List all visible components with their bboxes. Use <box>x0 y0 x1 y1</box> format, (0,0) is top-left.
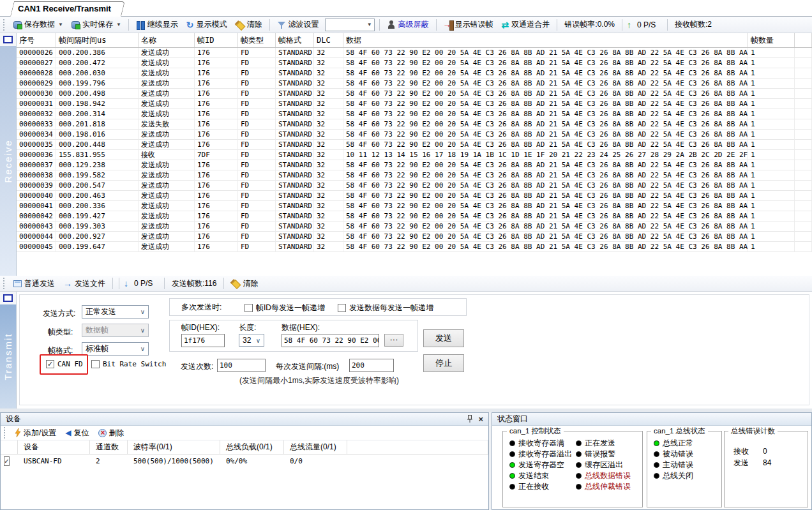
frame-format-combobox[interactable]: 标准帧 ∨ <box>82 342 149 356</box>
table-row[interactable]: 00000032000.200.314发送成功176FDSTANDARD3258… <box>17 109 812 119</box>
receive-tab-strip[interactable]: Receive <box>0 46 17 276</box>
frame-id-input[interactable]: 1f176 <box>181 334 225 347</box>
transmit-side-strip: Transmit <box>0 292 17 409</box>
delete-button[interactable]: 删除 <box>96 426 127 440</box>
send-mode-combobox[interactable]: 正常发送 ∨ <box>82 305 149 319</box>
normal-send-button[interactable]: 普通发送 <box>11 277 57 290</box>
table-row[interactable]: 00000039000.200.547发送成功176FDSTANDARD3258… <box>17 181 812 191</box>
column-header[interactable]: 序号 <box>17 33 56 47</box>
device-table-header[interactable]: 设备 通道数 波特率(0/1) 总线负载(0/1) 总线流量(0/1) <box>1 440 488 454</box>
table-row[interactable]: 00000041000.200.336发送成功176FDSTANDARD3258… <box>17 201 812 211</box>
chevron-down-icon: ∨ <box>256 337 260 344</box>
send-times-input[interactable]: 100 <box>217 359 266 372</box>
advanced-mask-label: 高级屏蔽 <box>398 19 429 30</box>
column-header[interactable]: 帧类型 <box>238 33 276 47</box>
column-header[interactable]: 数据 <box>343 33 748 47</box>
table-row[interactable]: 00000037000.129.238发送成功176FDSTANDARD3258… <box>17 160 812 170</box>
status-item: 正在发送 <box>576 438 631 449</box>
toolbar-grip[interactable] <box>3 278 6 289</box>
table-row[interactable]: 00000043000.199.303发送成功176FDSTANDARD3258… <box>17 221 812 232</box>
checkbox-icon <box>91 360 100 368</box>
realtime-save-button[interactable]: 实时保存 ▼ <box>69 18 124 31</box>
column-header[interactable]: 帧数量 <box>748 33 795 47</box>
clear-button[interactable]: 清除 <box>233 18 265 31</box>
column-header[interactable]: 帧格式 <box>276 33 314 47</box>
bit-rate-switch-checkbox[interactable]: Bit Rate Switch <box>91 360 166 368</box>
filter-combobox[interactable]: ▼ <box>325 19 375 31</box>
table-row[interactable]: 00000034000.198.016发送成功176FDSTANDARD3258… <box>17 130 812 140</box>
interval-input[interactable]: 200 <box>349 359 394 372</box>
table-row[interactable]: 00000029000.199.796发送成功176FDSTANDARD3258… <box>17 79 812 89</box>
column-header[interactable]: 帧ID <box>195 33 238 47</box>
save-data-button[interactable]: 保存数据 ▼ <box>11 18 66 31</box>
table-row[interactable]: 00000038000.199.582发送成功176FDSTANDARD3258… <box>17 170 812 181</box>
show-error-frames-button[interactable]: 显示错误帧 <box>441 18 496 31</box>
column-header[interactable]: 帧间隔时间us <box>56 33 139 47</box>
status-item: 总线仲裁错误 <box>576 481 631 492</box>
table-row[interactable]: 00000045000.199.647发送成功176FDSTANDARD3258… <box>17 242 812 252</box>
increment-data-checkbox[interactable]: 发送数据每发送一帧递增 <box>338 303 433 313</box>
send-interval-note: (发送间隔最小1ms,实际发送速度受波特率影响) <box>182 375 456 386</box>
canfd-checkbox[interactable]: ✓ CAN FD <box>46 360 83 368</box>
table-row[interactable]: 00000026000.200.386发送成功176FDSTANDARD3258… <box>17 48 812 58</box>
status-label: 主动错误 <box>663 460 693 470</box>
send-button[interactable]: 发送 <box>423 329 464 347</box>
table-row[interactable]: 00000036155.831.955接收7DFFDSTANDARD3210 1… <box>17 150 812 160</box>
send-file-label: 发送文件 <box>75 278 105 289</box>
led-icon <box>654 462 659 468</box>
status-label: 缓存区溢出 <box>585 460 623 470</box>
table-row[interactable]: 00000028000.200.030发送成功176FDSTANDARD3258… <box>17 68 812 79</box>
toolbar-grip[interactable] <box>4 427 6 439</box>
frame-id-label: 帧ID(HEX): <box>181 321 220 334</box>
separator <box>379 19 380 31</box>
table-row[interactable]: 00000031000.198.942发送成功176FDSTANDARD3258… <box>17 99 812 109</box>
increment-id-checkbox[interactable]: 帧ID每发送一帧递增 <box>244 303 325 313</box>
status-label: 被动错误 <box>663 449 693 460</box>
bus-error-title: 总线错误计数 <box>728 426 778 436</box>
device-checkbox[interactable]: ✓ <box>4 456 10 466</box>
receive-table-body: 00000026000.200.386发送成功176FDSTANDARD3258… <box>17 48 812 252</box>
send-file-button[interactable]: → 发送文件 <box>61 277 108 290</box>
pin-icon[interactable] <box>467 415 473 423</box>
control-status-group: can_1 控制状态 接收寄存器满接收寄存器溢出发送寄存器空发送结束正在接收 正… <box>502 431 643 507</box>
panel-restore-button[interactable] <box>0 292 17 304</box>
table-row[interactable]: 00000035000.200.448发送成功176FDSTANDARD3258… <box>17 140 812 150</box>
separator <box>622 19 622 31</box>
merge-arrows-icon: ⇄ <box>502 20 509 30</box>
more-data-button[interactable]: ··· <box>384 334 403 347</box>
dual-channel-merge-button[interactable]: ⇄ 双通道合并 <box>499 18 553 31</box>
table-row[interactable]: 00000042000.199.427发送成功176FDSTANDARD3258… <box>17 211 812 221</box>
reset-button[interactable]: ◀ 复位 <box>63 426 91 440</box>
status-item: 发送寄存器空 <box>509 460 572 470</box>
tab-can1-receive-transmit[interactable]: CAN1 Receive/Transmit <box>10 1 121 17</box>
window-icon <box>3 294 13 302</box>
display-mode-button[interactable]: ↻ 显示模式 <box>184 18 230 31</box>
table-row[interactable]: 00000027000.200.472发送成功176FDSTANDARD3258… <box>17 58 812 68</box>
table-row[interactable]: 00000030000.200.498发送成功176FDSTANDARD3258… <box>17 89 812 99</box>
data-hex-input[interactable]: 58 4F 60 73 22 90 E2 00 2 <box>282 334 379 347</box>
led-icon <box>576 484 582 490</box>
length-combobox[interactable]: 32 ∨ <box>239 334 264 347</box>
led-icon <box>509 440 515 446</box>
table-row[interactable]: 00000040000.200.463发送成功176FDSTANDARD3258… <box>17 191 812 201</box>
table-row[interactable]: 00000044000.200.927发送成功176FDSTANDARD3258… <box>17 232 812 242</box>
stop-button[interactable]: 停止 <box>423 354 464 372</box>
broom-icon <box>236 20 244 29</box>
toolbar-grip[interactable] <box>3 19 6 31</box>
advanced-mask-button[interactable]: 高级屏蔽 <box>384 18 432 31</box>
column-header[interactable]: DLC <box>314 33 343 47</box>
column-header[interactable]: 名称 <box>139 33 195 47</box>
frame-type-combobox[interactable]: 数据帧 ∨ <box>82 324 149 337</box>
continue-display-button[interactable]: 继续显示 <box>133 18 181 31</box>
close-icon[interactable]: × <box>478 416 483 423</box>
transmit-tab-strip[interactable]: Transmit <box>0 304 17 409</box>
receive-table-header[interactable]: 序号帧间隔时间us名称帧ID帧类型帧格式DLC数据帧数量 <box>17 33 812 48</box>
led-icon <box>509 451 515 457</box>
add-config-button[interactable]: 添加/设置 <box>12 426 59 440</box>
panel-restore-button[interactable] <box>0 33 17 46</box>
filter-settings-button[interactable]: 滤波设置 <box>274 18 322 31</box>
transmit-clear-button[interactable]: 清除 <box>229 277 260 290</box>
table-row[interactable]: 00000033000.201.818发送失败176FDSTANDARD3258… <box>17 119 812 130</box>
device-row[interactable]: ✓ USBCAN-FD 2 500(500)/1000(5000) 0%/0% … <box>1 454 488 469</box>
receive-panel: Receive 序号帧间隔时间us名称帧ID帧类型帧格式DLC数据帧数量 000… <box>0 33 812 276</box>
